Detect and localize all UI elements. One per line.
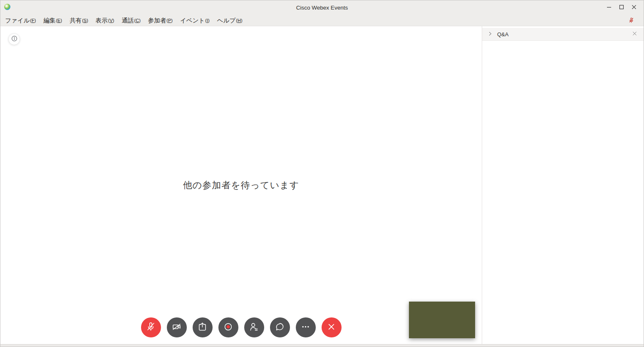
meeting-stage: 他の参加者を待っています <box>0 26 482 344</box>
chevron-right-icon <box>488 31 493 37</box>
waiting-message: 他の参加者を待っています <box>183 179 300 192</box>
control-bar <box>141 317 342 337</box>
menu-label: 共有 <box>69 17 82 25</box>
minimize-icon <box>607 5 612 11</box>
menu-item-file[interactable]: ファイル(F) <box>1 15 40 26</box>
maximize-icon <box>619 5 624 11</box>
qa-collapse-button[interactable] <box>488 31 493 37</box>
menu-label: 参加者 <box>148 17 166 25</box>
camera-button[interactable] <box>167 317 187 337</box>
menu-item-view[interactable]: 表示(V) <box>92 15 118 26</box>
webex-events-window: Cisco Webex Events ファイル(F) <box>0 0 644 347</box>
record-icon <box>223 321 234 334</box>
menu-item-participants[interactable]: 参加者(P) <box>144 15 176 26</box>
content-area: 他の参加者を待っています <box>0 26 644 344</box>
camera-off-icon <box>171 321 182 334</box>
menu-item-share[interactable]: 共有(S) <box>66 15 92 26</box>
mic-muted-icon <box>145 321 156 334</box>
window-resize-edge <box>0 344 644 347</box>
menu-label: イベント <box>180 17 205 25</box>
ellipsis-icon <box>300 321 311 334</box>
window-title: Cisco Webex Events <box>0 5 644 11</box>
menu-label: 表示 <box>96 17 108 25</box>
info-icon <box>11 35 18 43</box>
participants-button[interactable] <box>244 317 264 337</box>
title-bar: Cisco Webex Events <box>0 0 644 15</box>
close-icon <box>632 5 637 11</box>
maximize-button[interactable] <box>615 0 628 15</box>
mic-muted-indicator-icon <box>628 17 634 24</box>
window-controls <box>603 0 640 15</box>
share-screen-icon <box>197 321 208 334</box>
menu-label: ヘルプ <box>217 17 236 25</box>
menu-label: 編集 <box>43 17 55 25</box>
qa-panel-close-button[interactable] <box>631 30 638 38</box>
chat-button[interactable] <box>270 317 290 337</box>
menu-item-call[interactable]: 通話(C) <box>118 15 144 26</box>
participants-icon <box>248 321 260 334</box>
record-button[interactable] <box>218 317 238 337</box>
event-info-button[interactable] <box>8 33 20 45</box>
menu-label: ファイル <box>5 17 30 25</box>
qa-panel: Q&A <box>482 26 644 344</box>
minimize-button[interactable] <box>603 0 615 15</box>
mute-button[interactable] <box>141 317 161 337</box>
webex-logo-icon <box>4 4 10 10</box>
leave-event-button[interactable] <box>322 317 342 337</box>
leave-x-icon <box>326 321 337 334</box>
chat-bubble-icon <box>274 321 285 334</box>
menu-item-help[interactable]: ヘルプ(H) <box>213 15 246 26</box>
qa-panel-body <box>482 41 644 344</box>
menu-item-event[interactable]: イベント(I) <box>176 15 213 26</box>
more-options-button[interactable] <box>296 317 316 337</box>
share-content-button[interactable] <box>193 317 213 337</box>
close-icon <box>632 31 637 37</box>
menu-item-edit[interactable]: 編集(E) <box>40 15 66 26</box>
qa-panel-title: Q&A <box>497 31 508 37</box>
menu-bar: ファイル(F) 編集(E) 共有(S) 表示(V) 通話(C) 参加者(P) イ… <box>0 15 644 26</box>
menu-label: 通話 <box>122 17 134 25</box>
close-button[interactable] <box>628 0 640 15</box>
qa-panel-header: Q&A <box>482 28 644 41</box>
self-video-thumbnail[interactable] <box>409 302 475 338</box>
